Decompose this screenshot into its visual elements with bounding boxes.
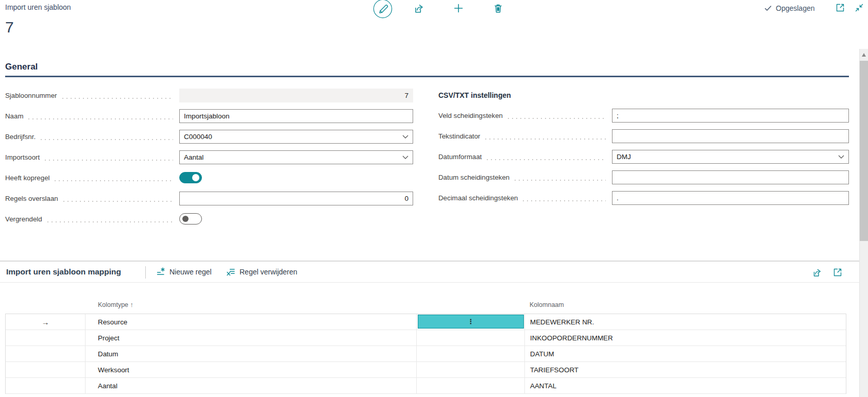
- field-row-naam: Naam: [5, 109, 413, 123]
- scroll-up-icon[interactable]: [862, 53, 866, 57]
- veld-scheidingsteken-field[interactable]: [612, 109, 849, 123]
- row-selector-cell[interactable]: →: [6, 314, 86, 330]
- dotted-leader: [523, 200, 606, 201]
- kolomnaam-cell[interactable]: MEDEWERKER NR.: [525, 314, 846, 330]
- section-heading-general[interactable]: General: [5, 62, 38, 72]
- importsoort-field[interactable]: [179, 150, 413, 164]
- kolomnaam-cell[interactable]: DATUM: [525, 346, 846, 362]
- save-status: Opgeslagen: [764, 4, 815, 12]
- chevron-down-icon[interactable]: [838, 155, 844, 159]
- field-label: Vergrendeld: [5, 215, 42, 223]
- chevron-down-icon[interactable]: [402, 156, 409, 159]
- field-label: Decimaal scheidingsteken: [438, 194, 518, 202]
- open-in-new-window-icon: [835, 3, 845, 13]
- field-row-datum-scheidingsteken: Datum scheidingsteken: [438, 170, 849, 184]
- share-icon[interactable]: [812, 267, 822, 278]
- toggle-knob: [192, 174, 199, 181]
- field-row-vergrendeld: Vergrendeld: [5, 212, 413, 226]
- section-underline: [5, 76, 849, 77]
- field-row-regels-overslaan: Regels overslaan: [5, 192, 413, 205]
- regels-overslaan-field[interactable]: [179, 192, 413, 205]
- remove-line-icon: [226, 267, 236, 277]
- kolomtype-cell[interactable]: Datum: [86, 346, 417, 362]
- new-line-button[interactable]: Nieuwe regel: [156, 267, 212, 277]
- mapping-table: → Resource ⋮ MEDEWERKER NR. Project INKO…: [5, 314, 846, 394]
- page-caption: Import uren sjabloon: [5, 3, 71, 11]
- dotted-leader: [28, 118, 173, 119]
- kolomnaam-cell[interactable]: INKOOPORDERNUMMER: [525, 330, 846, 346]
- selected-cell[interactable]: ⋮: [418, 315, 524, 329]
- row-selector-cell[interactable]: [6, 330, 86, 346]
- dotted-leader: [45, 160, 173, 161]
- decimaal-scheidingsteken-field[interactable]: [612, 191, 849, 205]
- dotted-leader: [515, 180, 606, 181]
- sort-asc-icon: ↑: [130, 301, 133, 308]
- cell-menu-icon[interactable]: ⋮: [468, 318, 474, 325]
- kolomtype-cell[interactable]: Project: [86, 330, 417, 346]
- chevron-down-icon[interactable]: [402, 135, 409, 139]
- row-selector-cell[interactable]: [6, 378, 86, 394]
- collapse-arrows-icon: [854, 3, 864, 13]
- column-header-kolomnaam[interactable]: Kolomnaam: [530, 301, 564, 308]
- dotted-leader: [63, 201, 173, 202]
- pencil-icon: [373, 0, 393, 19]
- toolbar-bottom-line: [0, 282, 859, 283]
- toggle-knob: [182, 216, 189, 222]
- plus-icon: [453, 3, 464, 14]
- field-row-tekstindicator: Tekstindicator: [438, 129, 849, 143]
- field-row-heeft-kopregel: Heeft kopregel: [5, 171, 413, 185]
- collapse-button[interactable]: [854, 3, 864, 13]
- kolomtype-cell[interactable]: Werksoort: [86, 362, 417, 378]
- value-cell[interactable]: [417, 378, 525, 394]
- naam-field[interactable]: [179, 109, 413, 123]
- column-header-kolomtype[interactable]: Kolomtype ↑: [98, 301, 133, 308]
- delete-line-button[interactable]: Regel verwijderen: [226, 267, 297, 277]
- row-selector-cell[interactable]: [6, 346, 86, 362]
- dotted-leader: [55, 180, 173, 181]
- scrollbar-thumb[interactable]: [860, 61, 868, 241]
- field-label: Tekstindicator: [438, 132, 480, 140]
- popout-button[interactable]: [835, 3, 845, 13]
- kolomnaam-cell[interactable]: TARIEFSOORT: [525, 362, 846, 378]
- heeft-kopregel-toggle[interactable]: [179, 172, 202, 183]
- edit-button[interactable]: [373, 0, 393, 19]
- csv-txt-heading: CSV/TXT instellingen: [438, 91, 511, 99]
- dotted-leader: [487, 159, 606, 160]
- mapping-heading[interactable]: Import uren sjabloon mapping: [6, 267, 121, 277]
- field-row-sjabloonnummer: Sjabloonnummer: [5, 89, 413, 102]
- dotted-leader: [47, 221, 173, 222]
- share-button[interactable]: [413, 3, 424, 14]
- tekstindicator-field[interactable]: [612, 129, 849, 143]
- kolomnaam-cell[interactable]: AANTAL: [525, 378, 846, 394]
- value-cell[interactable]: [417, 362, 525, 378]
- bedrijfsnr-field[interactable]: [179, 130, 413, 144]
- field-row-decimaal-scheidingsteken: Decimaal scheidingsteken: [438, 191, 849, 205]
- general-fields-left: Sjabloonnummer Naam Bedrijfsnr. I: [5, 89, 413, 233]
- dotted-leader: [508, 118, 606, 119]
- delete-line-label: Regel verwijderen: [240, 268, 297, 276]
- kolomtype-cell[interactable]: Resource: [86, 314, 417, 330]
- vergrendeld-toggle[interactable]: [179, 213, 202, 225]
- field-label: Datum scheidingsteken: [438, 174, 509, 181]
- value-cell[interactable]: ⋮: [417, 314, 525, 330]
- vertical-scrollbar[interactable]: [859, 49, 868, 397]
- mapping-toolbar-icons: [812, 267, 843, 278]
- page-title: 7: [5, 19, 14, 36]
- page: Import uren sjabloon 7 Opgeslag: [0, 0, 868, 397]
- kolomtype-cell[interactable]: Aantal: [86, 378, 417, 394]
- delete-button[interactable]: [492, 3, 504, 14]
- trash-icon: [492, 3, 504, 14]
- field-row-veld-scheidingsteken: Veld scheidingsteken: [438, 109, 849, 123]
- row-selector-cell[interactable]: [6, 362, 86, 378]
- field-row-bedrijfsnr: Bedrijfsnr.: [5, 130, 413, 144]
- dotted-leader: [485, 139, 606, 140]
- value-cell[interactable]: [417, 346, 525, 362]
- new-line-label: Nieuwe regel: [169, 268, 212, 276]
- value-cell[interactable]: [417, 330, 525, 346]
- field-label: Regels overslaan: [5, 195, 58, 202]
- datumformaat-field[interactable]: [612, 150, 849, 164]
- datum-scheidingsteken-field[interactable]: [612, 170, 849, 184]
- new-button[interactable]: [453, 3, 464, 14]
- open-in-new-window-icon[interactable]: [832, 267, 843, 278]
- sjabloonnummer-field: [179, 89, 413, 102]
